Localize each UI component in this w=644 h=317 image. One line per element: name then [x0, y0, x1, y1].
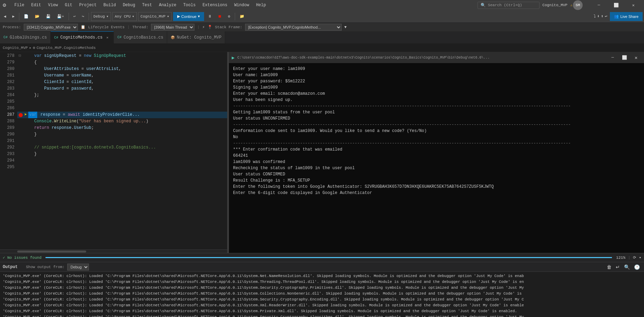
menu-analyze[interactable]: Analyze [156, 2, 179, 8]
menu-view[interactable]: View [45, 2, 61, 8]
tab-nuget[interactable]: 📦 NuGet: Cognito_MVP [167, 31, 225, 43]
output-word-wrap-button[interactable]: ↵ [614, 264, 621, 270]
undo-button[interactable]: ↩ [71, 12, 78, 21]
console-line: Conformation code sent to lam1009. Would… [233, 128, 640, 134]
debug-separator-1: | [127, 25, 130, 29]
project-dropdown[interactable]: Cognito_MVP ▾ [138, 12, 172, 21]
console-window: ▶ C:\Users\scmacdon\GIT\aws-doc-sdk-exam… [229, 52, 644, 253]
menu-window[interactable]: Window [231, 2, 252, 8]
main-content: 278 279 280 281 282 283 284 285 286 287 … [0, 52, 644, 253]
status-no-issues: ✓ No issues found [3, 255, 41, 260]
thread-dropdown[interactable]: [3968] Main Thread [151, 24, 194, 31]
breadcrumb-project[interactable]: Cognito_MVP [3, 46, 28, 50]
menu-extensions[interactable]: Extensions [200, 2, 230, 8]
platform-dropdown[interactable]: Any CPU ▾ [112, 12, 137, 21]
back-button[interactable]: ◀ [1, 12, 9, 21]
step-over-icon: ⤵ [594, 14, 596, 19]
live-share-button[interactable]: 👥 Live Share [610, 12, 643, 21]
menu-help[interactable]: Help [253, 2, 269, 8]
tab-cognitomethods[interactable]: C# CognitoMethods.cs ✕ [51, 31, 114, 43]
pause-button[interactable]: ⏸ [205, 12, 214, 21]
scroll-thumb[interactable] [17, 250, 86, 253]
search-placeholder: Search (Ctrl+Q) [488, 3, 522, 7]
settings-button[interactable]: ⚙ [225, 12, 233, 21]
output-source-dropdown[interactable]: Debug [67, 264, 89, 270]
process-dropdown[interactable]: [33412] Cognito_MVP.exe [24, 24, 78, 31]
editor-scrollbar[interactable] [0, 249, 227, 253]
menu-file[interactable]: File [12, 2, 27, 8]
save-all-button[interactable]: 💾+ [54, 12, 67, 21]
close-button[interactable]: ✕ [625, 0, 641, 10]
checkmark-icon: ✓ [3, 256, 5, 260]
maximize-button[interactable]: ⬜ [608, 0, 624, 10]
menu-debug[interactable]: Debug [120, 2, 138, 8]
code-line-281: ⊟ Username = userName, [17, 72, 227, 79]
debug-mode-dropdown[interactable]: Debug ▾ [91, 12, 111, 21]
code-line-278: ⊟ var signUpRequest = new SignUpRequest [17, 53, 227, 59]
forward-button[interactable]: ▶ [10, 12, 17, 21]
open-button[interactable]: 📂 [32, 12, 42, 21]
tab-icon-nuget: 📦 [171, 35, 175, 40]
minimize-button[interactable]: ─ [591, 0, 607, 10]
breakpoint-dot-287 [19, 113, 23, 117]
tab-cognitobasics[interactable]: C# CognitoBasics.cs [114, 31, 167, 43]
project-title: Cognito_MVP [542, 3, 567, 7]
console-close-button[interactable]: ✕ [631, 53, 641, 62]
folder-button[interactable]: 📁 [237, 12, 247, 21]
code-content[interactable]: ⊟ var signUpRequest = new SignUpRequest … [17, 52, 227, 249]
output-clear-button[interactable]: 🗑 [605, 264, 613, 270]
lifecycle-label: Lifecycle Events [88, 25, 125, 29]
save-button[interactable]: 💾 [43, 12, 53, 21]
console-line: Enter your email: scmacdon@amazon.com [233, 91, 640, 97]
new-file-button[interactable]: 📄 [21, 12, 31, 21]
code-area: 278 279 280 281 282 283 284 285 286 287 … [0, 52, 227, 249]
tab-close-cognitomethods[interactable]: ✕ [104, 35, 110, 40]
output-content[interactable]: 'Cognito_MVP.exe' (CoreCLR: clrhost): Lo… [0, 272, 644, 317]
toolbar-separator-1 [19, 13, 19, 20]
cursor-position: 121% [616, 256, 625, 260]
menu-git[interactable]: Git [62, 2, 75, 8]
toolbar-separator-4 [235, 13, 235, 20]
console-title-bar: ▶ C:\Users\scmacdon\GIT\aws-doc-sdk-exam… [229, 52, 644, 63]
breadcrumb-function: ⚙ [33, 45, 35, 50]
continue-button[interactable]: ▶ Continue ▾ [173, 12, 204, 21]
console-restore-button[interactable]: ⬜ [619, 53, 630, 62]
menu-build[interactable]: Build [101, 2, 119, 8]
redo-button[interactable]: ↪ [79, 12, 87, 21]
output-line: 'Cognito_MVP.exe' (CoreCLR: clrhost): Lo… [3, 303, 641, 308]
output-line: 'Cognito_MVP.exe' (CoreCLR: clrhost): Lo… [3, 285, 641, 291]
output-line: 'Cognito_MVP.exe' (CoreCLR: clrhost): Lo… [3, 297, 641, 303]
console-line: 664241 [233, 153, 640, 159]
step-back-icon: ↩ [605, 14, 607, 19]
console-line: Result Challenge is : MFA_SETUP [233, 177, 640, 184]
menu-test[interactable]: Test [139, 2, 155, 8]
search-icon: 🔍 [481, 3, 486, 8]
step-out-icon: ⬆ [601, 14, 603, 19]
console-line: *** Enter confirmation code that was ema… [233, 146, 640, 153]
console-content[interactable]: Enter your user name: lam1009User name: … [229, 63, 644, 253]
stack-label: Stack Frame: [215, 25, 242, 29]
console-minimize-button[interactable]: ─ [607, 53, 618, 62]
stack-dropdown[interactable]: [Exception] Cognito_MVP.CognitoMethod... [245, 24, 342, 31]
stop-button[interactable]: ⏹ [215, 12, 224, 21]
code-line-291: ⊟ [17, 138, 227, 144]
output-title: Output [3, 265, 18, 269]
menu-edit[interactable]: Edit [28, 2, 44, 8]
code-line-288: ⊟ Console.WriteLine("User has been signe… [17, 118, 227, 125]
menu-project[interactable]: Project [77, 2, 99, 8]
console-line: ----------------------------------------… [233, 103, 640, 109]
code-line-279: ⊟ { [17, 59, 227, 66]
output-header: Output Show output from: Debug 🗑 ↵ 🔍 🕐 [0, 262, 644, 272]
output-find-button[interactable]: 🔍 [623, 264, 631, 270]
code-line-283: ⊟ Password = password, [17, 85, 227, 92]
code-line-289: ⊟ return response.UserSub; [17, 125, 227, 131]
menu-tools[interactable]: Tools [180, 2, 198, 8]
expand-icon[interactable]: ▼ [344, 25, 347, 29]
tab-globalusings[interactable]: C# GlobalUsings.cs [0, 31, 51, 43]
toolbar-separator-2 [69, 13, 69, 20]
output-timestamp-button[interactable]: 🕐 [633, 264, 641, 270]
breadcrumb-separator1: ▸ [29, 45, 32, 50]
tab-icon-cs2: C# [54, 36, 58, 40]
current-line-arrow: ➤ [24, 112, 27, 118]
breadcrumb-class[interactable]: Cognito_MVP.CognitoMethods [37, 46, 96, 50]
